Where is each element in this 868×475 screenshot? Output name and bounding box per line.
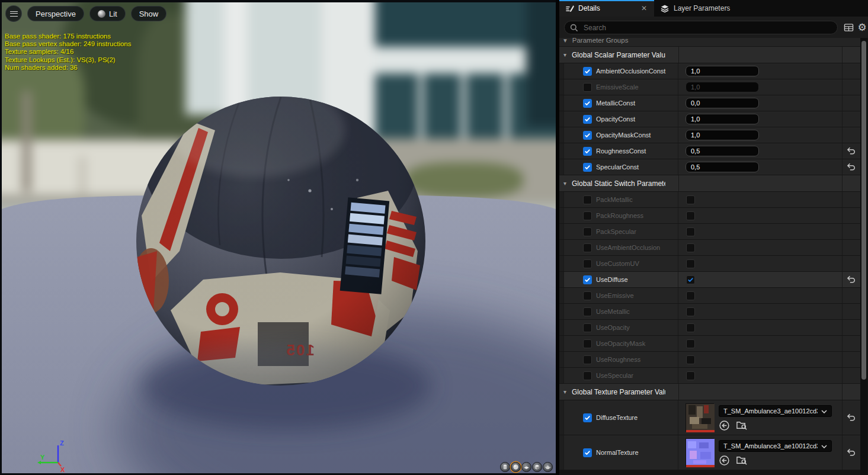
override-checkbox[interactable] xyxy=(583,307,592,316)
parameter-name: EmissiveScale xyxy=(596,84,639,91)
expander-triangle-icon: ▾ xyxy=(563,389,566,395)
display-filter-icon[interactable] xyxy=(843,23,854,33)
panel-scrollbar[interactable] xyxy=(860,38,867,475)
override-checkbox[interactable] xyxy=(583,147,592,156)
preview-shape-sphere-button[interactable] xyxy=(511,462,521,472)
override-checkbox[interactable] xyxy=(583,163,592,172)
parameter-row: UseMetallic xyxy=(559,304,860,320)
override-checkbox[interactable] xyxy=(583,99,592,108)
override-checkbox[interactable] xyxy=(583,83,592,92)
switch-value-checkbox[interactable] xyxy=(686,323,695,332)
preview-shape-cube-button[interactable] xyxy=(532,462,542,472)
parameter-row: PackSpecular xyxy=(559,224,860,240)
expander-triangle-icon: ▾ xyxy=(563,180,566,187)
parameter-row: UseOpacity xyxy=(559,320,860,336)
tab-close-icon[interactable]: ✕ xyxy=(640,4,648,12)
parameter-groups-row[interactable]: ▾ Parameter Groups xyxy=(559,38,860,47)
value-input[interactable]: 1,0 xyxy=(686,82,759,92)
viewport-menu-button[interactable] xyxy=(5,5,22,22)
override-checkbox[interactable] xyxy=(583,339,592,348)
expander-triangle-icon: ▾ xyxy=(563,38,567,44)
use-selected-asset-icon[interactable] xyxy=(719,455,730,466)
asset-name: T_SM_Ambulance3_ae10012cd3a xyxy=(723,407,818,415)
override-checkbox[interactable] xyxy=(583,355,592,364)
category-header[interactable]: ▾ Global Static Switch Parameters xyxy=(559,175,860,192)
use-selected-asset-icon[interactable] xyxy=(719,420,730,431)
hamburger-icon xyxy=(10,11,18,17)
reset-to-default-icon[interactable] xyxy=(846,147,857,156)
axis-x-label: X xyxy=(60,466,65,473)
value-input[interactable]: 1,0 xyxy=(686,66,759,76)
parameter-name: OpacityConst xyxy=(596,115,635,123)
preview-shape-teapot-button[interactable] xyxy=(543,462,553,472)
override-checkbox[interactable] xyxy=(583,323,592,332)
parameter-name: PackMetallic xyxy=(596,196,633,203)
override-checkbox[interactable] xyxy=(583,448,592,457)
override-checkbox[interactable] xyxy=(583,371,592,380)
preview-viewport[interactable]: 105 xyxy=(0,0,556,475)
layers-icon xyxy=(660,4,670,13)
value-input[interactable]: 1,0 xyxy=(686,130,759,140)
parameter-name: UseSpecular xyxy=(596,372,633,379)
override-checkbox[interactable] xyxy=(583,243,592,252)
switch-value-checkbox[interactable] xyxy=(686,355,695,364)
switch-value-checkbox[interactable] xyxy=(686,291,695,300)
lit-mode-button[interactable]: Lit xyxy=(89,6,126,21)
axis-y-label: Y xyxy=(40,454,45,461)
show-button[interactable]: Show xyxy=(131,6,167,21)
material-instance-editor-window: 105 xyxy=(0,0,868,475)
override-checkbox[interactable] xyxy=(583,259,592,268)
tab-details[interactable]: Details ✕ xyxy=(559,0,654,17)
switch-value-checkbox[interactable] xyxy=(686,195,695,204)
reset-to-default-icon[interactable] xyxy=(846,275,857,284)
parameter-row: AmbientOcclusionConst1,0 xyxy=(559,63,860,79)
override-checkbox[interactable] xyxy=(583,291,592,300)
override-checkbox[interactable] xyxy=(583,227,592,236)
value-input[interactable]: 0,5 xyxy=(686,162,759,172)
search-input[interactable] xyxy=(582,23,832,33)
texture-thumbnail[interactable] xyxy=(686,403,714,432)
asset-dropdown[interactable]: T_SM_Ambulance3_ae10012cd3a xyxy=(719,440,832,452)
category-header[interactable]: ▾ Global Scalar Parameter Values xyxy=(559,47,860,63)
override-checkbox[interactable] xyxy=(583,67,592,76)
switch-value-checkbox[interactable] xyxy=(686,259,695,268)
reset-to-default-icon[interactable] xyxy=(846,163,857,172)
switch-value-checkbox[interactable] xyxy=(686,371,695,380)
switch-value-checkbox[interactable] xyxy=(686,307,695,316)
search-box[interactable] xyxy=(564,21,838,34)
parameter-row: UseRoughness xyxy=(559,352,860,368)
value-input[interactable]: 0,5 xyxy=(686,146,759,156)
override-checkbox[interactable] xyxy=(583,131,592,140)
switch-value-checkbox[interactable] xyxy=(686,211,695,220)
browse-to-asset-icon[interactable] xyxy=(736,420,747,431)
parameter-row: PackMetallic xyxy=(559,192,860,208)
switch-value-checkbox[interactable] xyxy=(686,227,695,236)
override-checkbox[interactable] xyxy=(583,211,592,220)
preview-shape-plane-button[interactable] xyxy=(521,462,531,472)
settings-gear-icon[interactable]: ⚙ xyxy=(857,23,867,33)
axis-z-label: Z xyxy=(60,439,64,447)
scrollbar-thumb[interactable] xyxy=(861,41,866,380)
override-checkbox[interactable] xyxy=(583,195,592,204)
asset-dropdown[interactable]: T_SM_Ambulance3_ae10012cd3a xyxy=(719,405,832,417)
override-checkbox[interactable] xyxy=(583,115,592,124)
texture-thumbnail[interactable] xyxy=(686,438,714,467)
switch-value-checkbox[interactable] xyxy=(686,339,695,348)
override-checkbox[interactable] xyxy=(583,413,592,422)
override-checkbox[interactable] xyxy=(583,275,592,284)
reset-to-default-icon[interactable] xyxy=(846,448,857,457)
tab-layer-parameters[interactable]: Layer Parameters xyxy=(654,0,736,17)
chevron-down-icon xyxy=(821,442,827,450)
perspective-button[interactable]: Perspective xyxy=(27,6,84,21)
browse-to-asset-icon[interactable] xyxy=(736,455,747,466)
category-header[interactable]: ▾ Global Texture Parameter Values xyxy=(559,384,860,400)
value-input[interactable]: 1,0 xyxy=(686,114,759,124)
switch-value-checkbox[interactable] xyxy=(686,243,695,252)
chevron-down-icon xyxy=(821,407,827,415)
viewport-toolbar: Perspective Lit Show xyxy=(5,5,166,22)
value-input[interactable]: 0,0 xyxy=(686,98,759,108)
switch-value-checkbox[interactable] xyxy=(686,275,695,284)
panel-tab-bar: Details ✕ Layer Parameters xyxy=(559,0,868,17)
reset-to-default-icon[interactable] xyxy=(846,413,857,422)
preview-shape-cylinder-button[interactable] xyxy=(500,462,510,472)
